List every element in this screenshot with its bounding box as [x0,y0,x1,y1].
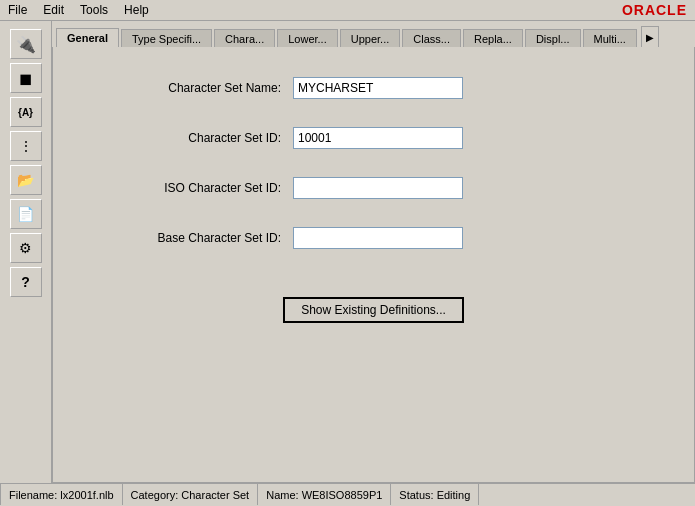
toolbar-help-btn[interactable]: ? [10,267,42,297]
folder-icon: 📂 [17,172,34,188]
list-icon: ⋮ [19,138,33,154]
iso-charset-id-input[interactable] [293,177,463,199]
help-icon: ? [21,274,30,290]
menu-edit[interactable]: Edit [39,2,68,18]
left-toolbar: 🔌 ◼ {A} ⋮ 📂 📄 ⚙ ? [0,21,52,483]
toolbar-gear-btn[interactable]: ⚙ [10,233,42,263]
button-row: Show Existing Definitions... [93,297,654,323]
status-editing: Status: Editing [391,484,479,505]
edit-icon: 📄 [17,206,34,222]
toolbar-edit-btn[interactable]: 📄 [10,199,42,229]
tab-type-specifi[interactable]: Type Specifi... [121,29,212,47]
tab-chara[interactable]: Chara... [214,29,275,47]
charset-id-input[interactable] [293,127,463,149]
oracle-logo: ORACLE [622,2,691,18]
connect-icon: 🔌 [16,35,36,54]
base-charset-id-label: Base Character Set ID: [93,231,293,245]
tab-upper[interactable]: Upper... [340,29,401,47]
base-charset-id-row: Base Character Set ID: [93,227,654,249]
charset-id-row: Character Set ID: [93,127,654,149]
gear-icon: ⚙ [19,240,32,256]
status-bar: Filename: lx2001f.nlb Category: Characte… [0,483,695,505]
toolbar-list-btn[interactable]: ⋮ [10,131,42,161]
iso-charset-id-label: ISO Character Set ID: [93,181,293,195]
status-category: Category: Character Set [123,484,259,505]
charset-name-row: Character Set Name: [93,77,654,99]
menu-bar: File Edit Tools Help ORACLE [0,0,695,21]
iso-charset-id-row: ISO Character Set ID: [93,177,654,199]
tab-multi[interactable]: Multi... [583,29,637,47]
table-icon: ◼ [19,69,32,88]
tab-lower[interactable]: Lower... [277,29,338,47]
tab-bar: General Type Specifi... Chara... Lower..… [52,21,695,47]
menu-help[interactable]: Help [120,2,153,18]
menu-tools[interactable]: Tools [76,2,112,18]
charset-name-input[interactable] [293,77,463,99]
charset-id-label: Character Set ID: [93,131,293,145]
toolbar-variable-btn[interactable]: {A} [10,97,42,127]
base-charset-id-input[interactable] [293,227,463,249]
status-filename: Filename: lx2001f.nlb [0,484,123,505]
toolbar-connect-btn[interactable]: 🔌 [10,29,42,59]
toolbar-table-btn[interactable]: ◼ [10,63,42,93]
main-container: 🔌 ◼ {A} ⋮ 📂 📄 ⚙ ? General Type Specifi..… [0,21,695,483]
content-area: General Type Specifi... Chara... Lower..… [52,21,695,483]
tab-general[interactable]: General [56,28,119,47]
tab-scroll-right-btn[interactable]: ▶ [641,26,659,47]
menu-items: File Edit Tools Help [4,2,153,18]
toolbar-folder-btn[interactable]: 📂 [10,165,42,195]
menu-file[interactable]: File [4,2,31,18]
show-existing-btn[interactable]: Show Existing Definitions... [283,297,464,323]
tab-class[interactable]: Class... [402,29,461,47]
charset-name-label: Character Set Name: [93,81,293,95]
status-name: Name: WE8ISO8859P1 [258,484,391,505]
form-panel: Character Set Name: Character Set ID: IS… [52,47,695,483]
tab-displ[interactable]: Displ... [525,29,581,47]
tab-repla[interactable]: Repla... [463,29,523,47]
variable-icon: {A} [18,107,33,118]
